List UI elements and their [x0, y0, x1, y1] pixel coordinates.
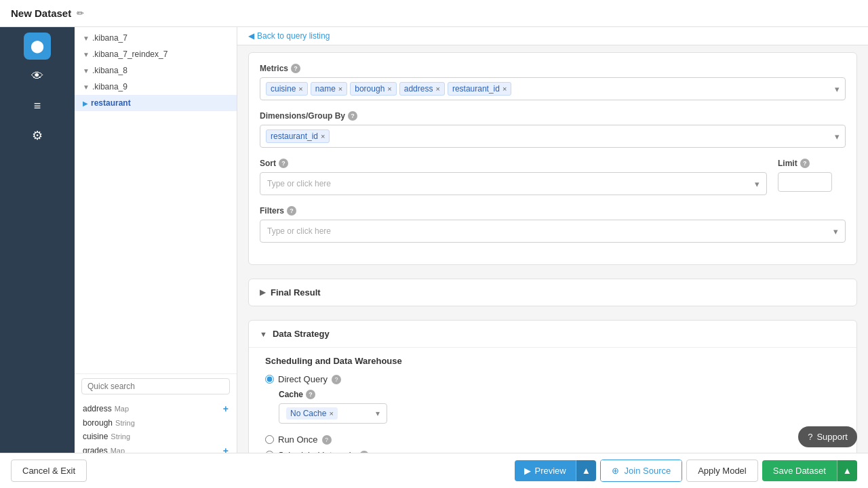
join-source-plus-icon: ⊕ [612, 466, 619, 476]
page-title: New Dataset [11, 7, 71, 19]
tag-address[interactable]: address × [399, 82, 445, 96]
filters-help-icon[interactable]: ? [287, 206, 296, 216]
metrics-dropdown-arrow: ▾ [835, 84, 840, 94]
bottom-bar: Cancel & Exit ▶ Preview ▲ ⊕ Join Source … [0, 453, 868, 488]
dimensions-label: Dimensions/Group By ? [260, 111, 846, 121]
dimensions-group: Dimensions/Group By ? restaurant_id × ▾ [260, 111, 846, 148]
support-icon: ? [808, 432, 812, 442]
search-input[interactable] [81, 378, 230, 394]
scheduling-radio-group: Direct Query ? Cache ? No Cache [265, 374, 840, 460]
dimensions-input[interactable]: restaurant_id × ▾ [260, 125, 846, 148]
index-item-kibana9[interactable]: ▼ .kibana_9 [75, 79, 237, 95]
run-once-help-icon[interactable]: ? [322, 435, 332, 445]
preview-button[interactable]: ▶ Preview [515, 460, 575, 481]
support-button[interactable]: ? Support [798, 426, 857, 447]
data-strategy-label: Data Strategy [273, 329, 330, 339]
tag-cuisine[interactable]: cuisine × [266, 82, 308, 96]
direct-query-radio[interactable] [265, 375, 274, 384]
limit-group: Limit ? 10000 [778, 159, 846, 195]
index-item-label: .kibana_7 [92, 33, 127, 43]
dimensions-dropdown-arrow: ▾ [835, 131, 840, 142]
edit-icon[interactable]: ✏ [77, 8, 84, 18]
metrics-input[interactable]: cuisine × name × borough × address × res… [260, 77, 846, 100]
sidebar-icon-layers[interactable]: ≡ [24, 92, 51, 119]
final-result-card: ▶ Final Result [248, 279, 857, 306]
tag-name[interactable]: name × [311, 82, 347, 96]
sort-help-icon[interactable]: ? [279, 159, 288, 168]
save-split-button[interactable]: ▲ [837, 460, 857, 481]
cache-value-tag[interactable]: No Cache × [286, 407, 338, 420]
save-dataset-button[interactable]: Save Dataset [762, 460, 837, 481]
sidebar: ⬤ 👁 ≡ ⚙ [0, 27, 75, 488]
field-item-cuisine: cuisineString [83, 430, 229, 443]
filters-group: Filters ? Type or click here ▾ [260, 206, 846, 243]
tag-borough[interactable]: borough × [350, 82, 396, 96]
main-layout: ⬤ 👁 ≡ ⚙ ▼ .kibana_7 ▼ .kibana_7_reindex_… [0, 27, 868, 488]
tag-dim-restaurant-id[interactable]: restaurant_id × [266, 129, 330, 143]
index-item-label: .kibana_7_reindex_7 [92, 49, 167, 59]
cache-remove-icon[interactable]: × [329, 409, 333, 418]
data-strategy-chevron: ▼ [260, 330, 267, 338]
field-item-address: addressMap + [83, 401, 229, 416]
cache-select[interactable]: No Cache × ▾ [279, 403, 387, 424]
sort-label: Sort ? [260, 159, 767, 168]
sidebar-icon-settings[interactable]: ⚙ [24, 122, 51, 149]
field-item-borough: boroughString [83, 416, 229, 430]
direct-query-help-icon[interactable]: ? [332, 375, 341, 384]
sidebar-icon-eye[interactable]: 👁 [24, 62, 51, 89]
preview-play-icon: ▶ [524, 466, 531, 476]
index-item-label: restaurant [91, 98, 131, 108]
bottom-left: Cancel & Exit [11, 460, 87, 482]
apply-model-button[interactable]: Apply Model [686, 460, 758, 482]
join-source-button-group: ⊕ Join Source [600, 460, 682, 482]
radio-direct-query: Direct Query ? Cache ? No Cache [265, 374, 840, 429]
preview-button-group: ▶ Preview ▲ [515, 460, 595, 481]
query-card: Metrics ? cuisine × name × borough × add… [248, 52, 857, 265]
save-dataset-button-group: Save Dataset ▲ [762, 460, 857, 481]
limit-help-icon[interactable]: ? [800, 159, 810, 168]
limit-label: Limit ? [778, 159, 846, 168]
run-once-radio[interactable] [265, 435, 274, 444]
data-strategy-header[interactable]: ▼ Data Strategy [249, 321, 856, 347]
data-strategy-card: ▼ Data Strategy Scheduling and Data Ware… [248, 320, 857, 472]
cache-group: Cache ? No Cache × ▾ [279, 390, 840, 424]
final-result-header[interactable]: ▶ Final Result [249, 279, 856, 306]
index-search [75, 373, 237, 399]
bottom-right: ▶ Preview ▲ ⊕ Join Source Apply Model Sa… [515, 460, 857, 482]
index-list: ▼ .kibana_7 ▼ .kibana_7_reindex_7 ▼ .kib… [75, 27, 237, 373]
limit-input[interactable]: 10000 [778, 172, 832, 192]
index-item-kibana7reindex[interactable]: ▼ .kibana_7_reindex_7 [75, 46, 237, 62]
index-item-label: .kibana_9 [92, 82, 127, 92]
support-label: Support [816, 432, 848, 442]
filters-dropdown-arrow: ▾ [833, 226, 838, 237]
content-area: ◀ Back to query listing Metrics ? cuisin… [237, 27, 868, 488]
top-bar: New Dataset ✏ [0, 0, 868, 27]
back-arrow-icon: ◀ [248, 31, 254, 41]
filters-select[interactable]: Type or click here ▾ [260, 220, 846, 243]
join-source-button[interactable]: ⊕ Join Source [601, 460, 682, 481]
index-item-restaurant[interactable]: ▶ restaurant [75, 95, 237, 111]
index-panel: ▼ .kibana_7 ▼ .kibana_7_reindex_7 ▼ .kib… [75, 27, 237, 488]
index-item-kibana7[interactable]: ▼ .kibana_7 [75, 30, 237, 46]
scheduling-title: Scheduling and Data Warehouse [265, 356, 840, 366]
cache-dropdown-arrow: ▾ [376, 409, 380, 418]
add-address-button[interactable]: + [223, 403, 229, 414]
index-item-label: .kibana_8 [92, 66, 127, 75]
cache-help-icon[interactable]: ? [306, 390, 315, 399]
tag-restaurant-id[interactable]: restaurant_id × [448, 82, 511, 96]
sort-select[interactable]: Type or click here ▾ [260, 172, 767, 195]
sidebar-icon-home[interactable]: ⬤ [24, 33, 51, 60]
direct-query-label[interactable]: Direct Query ? [265, 374, 840, 384]
sort-group: Sort ? Type or click here ▾ [260, 159, 767, 195]
back-link[interactable]: ◀ Back to query listing [237, 27, 868, 45]
filters-label: Filters ? [260, 206, 846, 216]
preview-split-button[interactable]: ▲ [576, 460, 596, 481]
metrics-help-icon[interactable]: ? [291, 64, 300, 73]
run-once-label[interactable]: Run Once ? [265, 434, 840, 445]
metrics-label: Metrics ? [260, 64, 846, 73]
final-result-chevron: ▶ [260, 288, 265, 297]
final-result-label: Final Result [271, 287, 321, 298]
index-item-kibana8[interactable]: ▼ .kibana_8 [75, 62, 237, 79]
dimensions-help-icon[interactable]: ? [348, 111, 357, 121]
cancel-exit-button[interactable]: Cancel & Exit [11, 460, 87, 482]
